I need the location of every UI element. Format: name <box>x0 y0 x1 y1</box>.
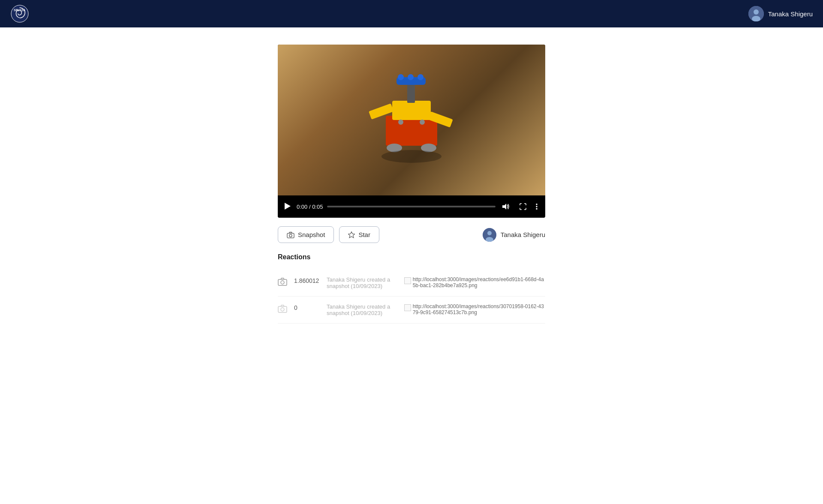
reaction-image-placeholder-2 <box>404 304 411 311</box>
camera-icon <box>287 231 294 238</box>
more-options-button[interactable] <box>533 201 540 212</box>
svg-marker-20 <box>502 204 506 210</box>
actions-user: Tanaka Shigeru <box>483 228 545 242</box>
video-thumbnail <box>278 45 545 195</box>
svg-point-3 <box>754 9 759 15</box>
reactions-section: Reactions 1.860012 Tanaka Shigeru create… <box>278 253 545 324</box>
actions-avatar <box>483 228 496 242</box>
reaction-count-1: 1.860012 <box>294 277 320 284</box>
svg-point-16 <box>398 120 403 125</box>
lego-robot-image <box>356 73 467 167</box>
svg-rect-8 <box>392 101 431 120</box>
header: SPLYZA Tanaka Shigeru <box>0 0 823 27</box>
fullscreen-button[interactable] <box>517 201 529 212</box>
reaction-meta-1: Tanaka Shigeru created a snapshot (10/09… <box>327 276 397 289</box>
star-icon <box>348 231 355 238</box>
svg-point-31 <box>281 281 284 284</box>
reaction-camera-icon-1 <box>278 277 287 288</box>
svg-rect-5 <box>386 116 437 146</box>
volume-button[interactable] <box>500 201 513 212</box>
svg-point-21 <box>536 204 538 205</box>
time-display: 0:00 / 0:05 <box>297 204 323 210</box>
main-content: 0:00 / 0:05 <box>0 27 823 349</box>
progress-bar[interactable] <box>327 206 496 207</box>
actions-username: Tanaka Shigeru <box>501 231 545 238</box>
star-label: Star <box>358 231 370 238</box>
actions-row: Snapshot Star Tanaka Shigeru <box>278 226 545 243</box>
svg-point-25 <box>289 234 292 237</box>
reaction-meta-2: Tanaka Shigeru created a snapshot (10/09… <box>327 303 397 316</box>
svg-point-13 <box>418 74 424 80</box>
svg-point-33 <box>281 308 284 311</box>
header-avatar <box>748 6 764 21</box>
svg-marker-19 <box>285 203 291 210</box>
reaction-item: 1.860012 Tanaka Shigeru created a snapsh… <box>278 270 545 297</box>
svg-point-28 <box>487 231 492 235</box>
svg-rect-32 <box>278 306 287 312</box>
reactions-title: Reactions <box>278 253 545 261</box>
svg-point-18 <box>381 150 442 163</box>
video-controls: 0:00 / 0:05 <box>278 195 545 218</box>
svg-marker-26 <box>348 231 355 237</box>
reaction-camera-icon-2 <box>278 304 287 315</box>
video-player[interactable]: 0:00 / 0:05 <box>278 45 545 218</box>
svg-point-17 <box>420 120 425 125</box>
snapshot-label: Snapshot <box>298 231 325 238</box>
svg-point-12 <box>408 74 414 80</box>
svg-point-22 <box>536 206 538 207</box>
reaction-item: 0 Tanaka Shigeru created a snapshot (10/… <box>278 297 545 324</box>
logo[interactable]: SPLYZA <box>10 4 29 23</box>
header-username: Tanaka Shigeru <box>768 10 813 18</box>
svg-rect-30 <box>278 279 287 285</box>
play-button[interactable] <box>283 201 292 213</box>
snapshot-button[interactable]: Snapshot <box>278 226 334 243</box>
reaction-count-2: 0 <box>294 304 320 311</box>
svg-point-23 <box>536 208 538 210</box>
reaction-image-placeholder-1 <box>404 277 411 284</box>
header-user[interactable]: Tanaka Shigeru <box>748 6 813 21</box>
svg-point-11 <box>398 74 404 80</box>
reaction-image-link-2: http://localhost:3000/images/reactions/3… <box>404 303 545 315</box>
star-button[interactable]: Star <box>339 226 379 243</box>
splyza-logo-icon: SPLYZA <box>10 4 29 23</box>
reaction-image-link-1: http://localhost:3000/images/reactions/e… <box>404 276 545 288</box>
